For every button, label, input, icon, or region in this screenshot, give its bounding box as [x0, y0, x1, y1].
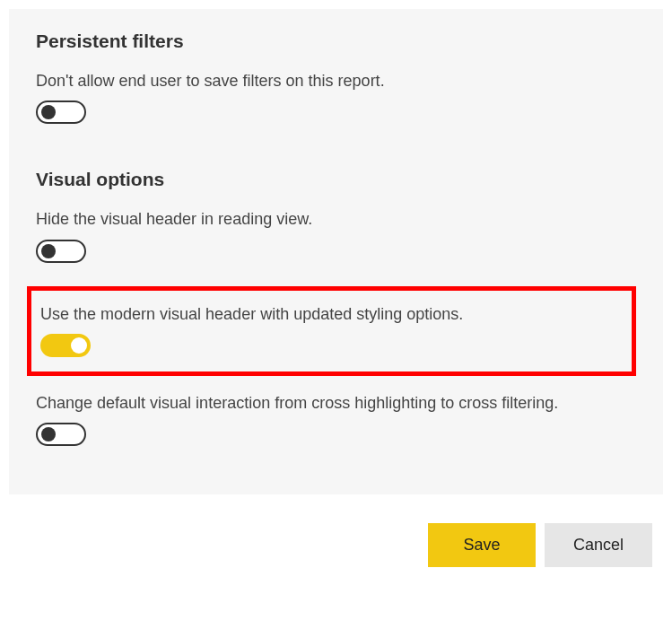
setting-label: Change default visual interaction from c…	[36, 392, 636, 414]
toggle-disallow-save-filters[interactable]	[36, 101, 86, 124]
toggle-modern-visual-header[interactable]	[40, 334, 91, 357]
toggle-hide-visual-header[interactable]	[36, 240, 86, 263]
button-row: Save Cancel	[0, 503, 672, 567]
highlighted-setting-box: Use the modern visual header with update…	[27, 286, 636, 376]
setting-modern-visual-header: Use the modern visual header with update…	[40, 303, 623, 366]
setting-cross-filtering: Change default visual interaction from c…	[36, 392, 636, 468]
toggle-knob	[41, 244, 56, 258]
visual-options-heading: Visual options	[36, 169, 636, 190]
setting-label: Use the modern visual header with update…	[40, 303, 623, 325]
toggle-knob	[41, 105, 56, 119]
setting-label: Don't allow end user to save filters on …	[36, 70, 636, 92]
toggle-knob	[71, 337, 87, 354]
setting-label: Hide the visual header in reading view.	[36, 208, 636, 230]
persistent-filters-heading: Persistent filters	[36, 31, 636, 52]
setting-hide-visual-header: Hide the visual header in reading view.	[36, 208, 636, 284]
toggle-cross-filtering[interactable]	[36, 423, 86, 446]
toggle-knob	[41, 427, 56, 441]
settings-panel: Persistent filters Don't allow end user …	[9, 9, 663, 494]
cancel-button[interactable]: Cancel	[545, 523, 652, 567]
setting-disallow-save-filters: Don't allow end user to save filters on …	[36, 70, 636, 145]
save-button[interactable]: Save	[428, 523, 536, 567]
